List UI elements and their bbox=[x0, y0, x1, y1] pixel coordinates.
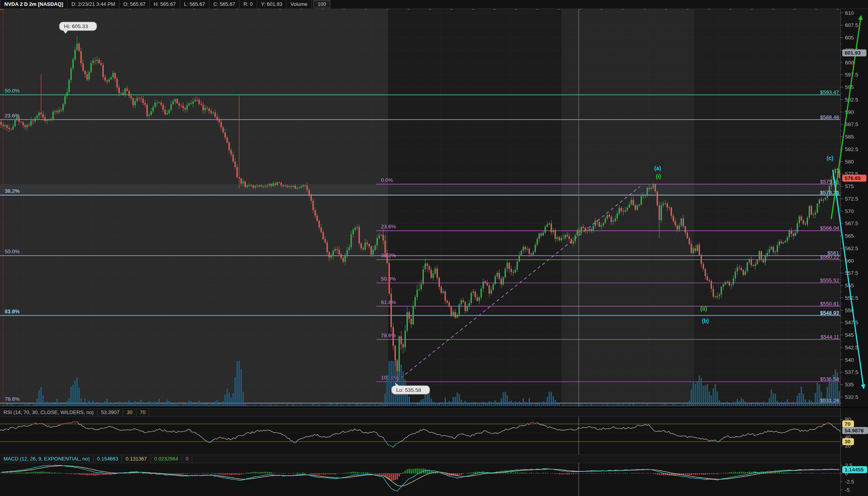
rsi-line bbox=[0, 421, 840, 443]
candle-body bbox=[338, 250, 340, 254]
candle-body bbox=[87, 74, 88, 79]
candle-body bbox=[616, 213, 618, 219]
symbol-title[interactable]: NVDA 2 D 2m [NASDAQ] bbox=[0, 0, 67, 9]
volume-bar bbox=[805, 399, 806, 406]
candle-body bbox=[663, 203, 664, 205]
candle-body bbox=[765, 256, 766, 262]
macd-histogram-bar bbox=[575, 473, 576, 474]
volume-bar bbox=[635, 405, 636, 406]
volume-bar bbox=[193, 405, 194, 406]
macd-histogram-bar bbox=[4, 473, 5, 473]
level-price-label: $560.22 bbox=[820, 254, 839, 260]
candle-body bbox=[335, 249, 336, 251]
volume-bar bbox=[531, 404, 532, 406]
candle-body bbox=[767, 253, 768, 256]
candle-body bbox=[280, 183, 282, 185]
volume-bar bbox=[117, 405, 118, 406]
price-tick-label: 605 bbox=[845, 35, 854, 41]
volume-bar bbox=[12, 405, 14, 406]
candle-body bbox=[48, 120, 50, 120]
candle-body bbox=[22, 122, 23, 125]
candle-body bbox=[553, 230, 554, 232]
candle-body bbox=[333, 251, 334, 256]
candle-body bbox=[627, 208, 628, 210]
volume-bar bbox=[358, 405, 360, 406]
candle-body bbox=[757, 260, 758, 264]
candle-body bbox=[58, 110, 60, 112]
candle-body bbox=[27, 125, 28, 127]
macd-histogram-bar bbox=[383, 473, 384, 475]
candle-body bbox=[779, 242, 780, 245]
macd-histogram-bar bbox=[44, 472, 46, 473]
volume-bar bbox=[507, 395, 508, 406]
macd-histogram-bar bbox=[437, 473, 438, 473]
candle-body bbox=[701, 255, 702, 264]
macd-histogram-bar bbox=[787, 473, 788, 473]
volume-value-field[interactable]: 100 bbox=[313, 0, 330, 8]
candle-body bbox=[517, 261, 518, 270]
candle-body bbox=[260, 185, 262, 187]
rsi-header-cell-0[interactable]: RSI (14, 70, 30, CLOSE, WILDERS, no) bbox=[0, 409, 97, 416]
volume-bar bbox=[501, 398, 502, 406]
macd-header-cell-1: 0.154663 bbox=[94, 455, 122, 463]
candle-body bbox=[147, 105, 148, 116]
volume-bar bbox=[807, 402, 808, 406]
macd-header-cell-0[interactable]: MACD (12, 26, 9, EXPONENTIAL, no) bbox=[0, 455, 94, 463]
candle-body bbox=[358, 227, 360, 244]
volume-bar bbox=[239, 361, 240, 406]
volume-bar bbox=[108, 403, 110, 406]
candle-body bbox=[475, 292, 476, 297]
volume-bar bbox=[179, 404, 180, 406]
volume-bar bbox=[585, 405, 586, 406]
volume-bar bbox=[455, 397, 456, 406]
candle-body bbox=[14, 119, 16, 126]
candle-body bbox=[569, 236, 570, 239]
macd-histogram-bar bbox=[635, 473, 636, 473]
candle-body bbox=[168, 110, 170, 113]
macd-histogram-bar bbox=[38, 472, 39, 473]
volume-bar bbox=[32, 405, 34, 406]
macd-value-bubble: 1.14455 bbox=[842, 466, 867, 473]
session-band-0 bbox=[0, 9, 388, 407]
macd-histogram-bar bbox=[230, 473, 232, 475]
volume-bar bbox=[114, 404, 115, 406]
candle-body bbox=[703, 264, 704, 269]
macd-histogram-bar bbox=[531, 473, 532, 473]
volume-bar bbox=[167, 400, 168, 406]
volume-bar bbox=[813, 402, 814, 406]
candle-body bbox=[28, 125, 30, 126]
volume-bar bbox=[615, 405, 616, 406]
macd-histogram-bar bbox=[345, 473, 346, 473]
candle-body bbox=[138, 98, 140, 98]
volume-bar bbox=[312, 403, 314, 406]
volume-bar bbox=[565, 405, 566, 406]
candle-body bbox=[216, 117, 218, 120]
volume-bar bbox=[363, 405, 364, 406]
candle-body bbox=[227, 137, 228, 142]
volume-bar bbox=[489, 402, 490, 406]
volume-bar bbox=[331, 404, 332, 406]
macd-tick-label: -2.5 bbox=[845, 479, 854, 485]
macd-histogram-bar bbox=[206, 473, 207, 473]
volume-bar bbox=[147, 404, 148, 406]
volume-bar bbox=[613, 405, 614, 406]
volume-bar bbox=[340, 405, 342, 406]
volume-bar bbox=[78, 388, 80, 406]
volume-bar bbox=[651, 405, 652, 406]
chart-canvas[interactable]: 50.0%38.2%23.6%23.6%38.2%50.0%61.8%78.6%… bbox=[0, 0, 868, 496]
macd-histogram-bar bbox=[539, 473, 540, 473]
volume-bar bbox=[315, 405, 316, 406]
candle-body bbox=[648, 188, 650, 189]
macd-histogram-bar bbox=[269, 472, 270, 473]
candle-body bbox=[266, 186, 267, 187]
macd-study-header: MACD (12, 26, 9, EXPONENTIAL, no)0.15466… bbox=[0, 455, 840, 463]
fib-pct-label: 50.0% bbox=[5, 88, 19, 94]
candle-body bbox=[223, 128, 224, 133]
fib-pct-label: 23.6% bbox=[381, 224, 396, 229]
candle-body bbox=[246, 185, 248, 187]
volume-bar bbox=[415, 404, 416, 406]
volume-bar bbox=[801, 386, 802, 406]
volume-bar bbox=[246, 405, 248, 406]
volume-bar bbox=[4, 405, 5, 406]
volume-bar bbox=[572, 405, 574, 406]
